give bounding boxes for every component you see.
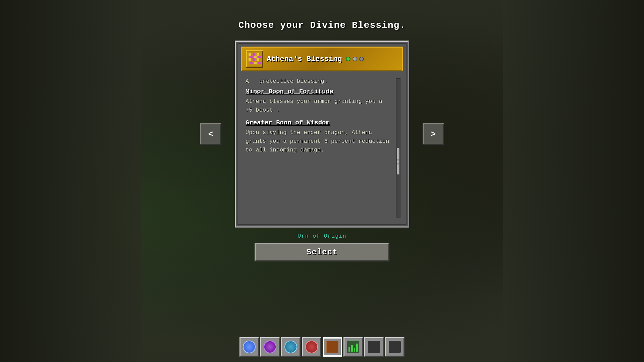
hotbar-slot-6[interactable] (343, 337, 363, 357)
hotbar-item-4 (305, 341, 318, 353)
hotbar-item-7 (368, 341, 380, 353)
svg-rect-3 (257, 53, 259, 56)
scrollbar-line-4 (397, 162, 399, 162)
hotbar-item-1 (243, 341, 256, 353)
chart-bar-3 (354, 348, 356, 352)
next-button[interactable]: > (423, 123, 444, 145)
dialog-inner: Athena's Blessing A protec (237, 43, 407, 225)
page-title: Choose your Divine Blessing. (238, 20, 406, 31)
content-scroll[interactable]: A protective blessing. Minor Boon of For… (246, 78, 398, 218)
chart-bar-1 (348, 347, 350, 352)
boon-1-desc: Athena blesses your armor granting you a… (246, 97, 392, 115)
scrollbar-track[interactable] (396, 78, 400, 218)
svg-rect-4 (250, 56, 253, 58)
scrollbar-line-1 (397, 158, 399, 158)
hotbar-item-8 (389, 341, 401, 353)
hotbar-item-6 (347, 341, 360, 353)
svg-rect-10 (250, 62, 253, 64)
blessing-header: Athena's Blessing (241, 47, 403, 71)
prev-button[interactable]: < (200, 123, 221, 145)
svg-rect-9 (257, 58, 259, 61)
scrollbar-thumb[interactable] (397, 148, 399, 175)
dot-1 (346, 57, 351, 61)
hotbar-item-2 (264, 341, 276, 353)
scrollbar-lines (397, 148, 399, 174)
hotbar-slot-4[interactable] (302, 337, 321, 357)
blessing-name: Athena's Blessing (267, 55, 364, 63)
blessing-title-area: Athena's Blessing (267, 55, 364, 63)
hotbar-item-3 (284, 341, 297, 353)
page-container: Choose your Divine Blessing. < (0, 0, 644, 362)
hotbar-slot-3[interactable] (281, 337, 301, 357)
scrollbar-line-3 (397, 161, 399, 161)
blessing-dots (346, 57, 364, 61)
boon-1-title: Minor Boon of Fortitude (246, 88, 392, 95)
scrollbar-line-2 (397, 159, 399, 160)
dialog-box: Athena's Blessing A protec (235, 41, 409, 228)
svg-rect-2 (253, 53, 255, 56)
hotbar-slot-8[interactable] (385, 337, 405, 357)
blessing-icon (246, 50, 263, 68)
svg-rect-5 (254, 56, 257, 58)
scrollbar-line-5 (397, 163, 399, 164)
hotbar-slot-5[interactable] (323, 337, 342, 357)
boon-2-title: Greater Boon of Wisdom (246, 119, 392, 126)
svg-rect-12 (258, 62, 261, 64)
chart-bar-2 (351, 345, 353, 352)
hotbar-slot-7[interactable] (364, 337, 384, 357)
boon-2-desc: Upon slaying the ender dragon, Athena gr… (246, 128, 392, 155)
blessing-icon-svg (247, 52, 262, 66)
hotbar-slot-2[interactable] (260, 337, 280, 357)
dialog-wrapper: < (200, 41, 444, 228)
dialog-bottom: Urn of Origin Select (255, 233, 389, 261)
origin-label: Urn of Origin (298, 233, 346, 239)
svg-rect-11 (254, 62, 257, 64)
svg-rect-1 (249, 53, 251, 56)
dot-2 (353, 57, 357, 61)
hotbar-item-5 (326, 341, 338, 353)
chart-bar-4 (356, 344, 358, 352)
svg-rect-6 (258, 56, 261, 58)
svg-rect-8 (253, 58, 255, 61)
hotbar (239, 337, 405, 357)
select-button[interactable]: Select (255, 243, 389, 261)
hotbar-slot-1[interactable] (239, 337, 259, 357)
content-area: A protective blessing. Minor Boon of For… (241, 74, 403, 222)
svg-rect-7 (249, 58, 251, 61)
scrollbar-line-6 (397, 165, 399, 165)
intro-text: A protective blessing. (246, 78, 392, 84)
dot-3 (359, 57, 364, 61)
